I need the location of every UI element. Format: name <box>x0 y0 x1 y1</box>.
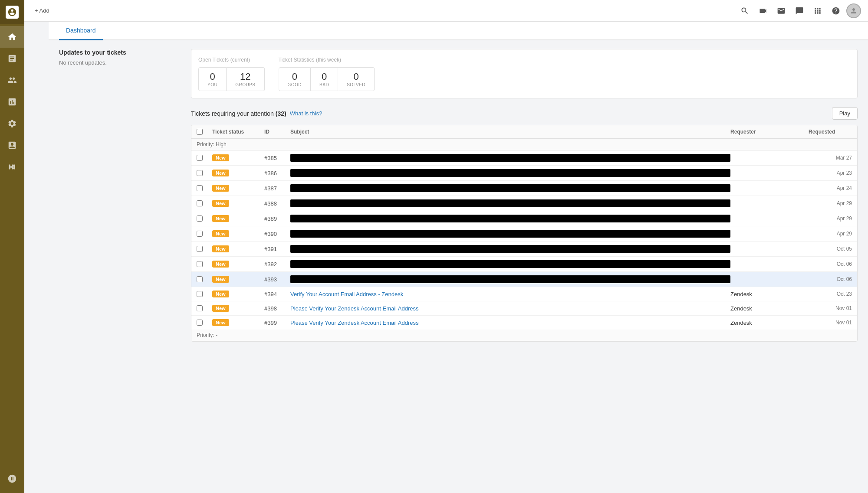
sidebar-item-zendesk[interactable] <box>0 468 24 490</box>
row-date: Apr 23 <box>809 170 852 176</box>
stat-solved[interactable]: 0 SOLVED <box>338 67 375 91</box>
search-button[interactable] <box>737 3 753 19</box>
row-status: New <box>212 215 264 222</box>
help-button[interactable] <box>828 3 844 19</box>
status-badge: New <box>212 276 229 283</box>
stats-container: Open Tickets (current) 0 YOU 12 GROUPS <box>191 49 858 98</box>
row-date: Apr 29 <box>809 200 852 206</box>
table-header: Ticket status ID Subject Requester Reque… <box>191 125 857 139</box>
row-status: New <box>212 170 264 176</box>
sidebar-navigation <box>0 26 24 178</box>
sidebar-item-reporting[interactable] <box>0 91 24 113</box>
row-checkbox-cell[interactable] <box>197 200 212 206</box>
stat-you-label: YOU <box>207 82 217 87</box>
user-avatar[interactable] <box>846 3 861 18</box>
compose-button[interactable] <box>773 3 789 19</box>
row-checkbox[interactable] <box>197 185 203 191</box>
row-checkbox-cell[interactable] <box>197 155 212 161</box>
row-subject: Please Verify Your Zendesk Account Email… <box>290 305 730 312</box>
stat-bad[interactable]: 0 BAD <box>311 67 338 91</box>
table-row[interactable]: New #386 Apr 23 <box>191 166 857 181</box>
row-requester: Zendesk <box>730 320 809 326</box>
sidebar-item-sandbox[interactable] <box>0 134 24 156</box>
what-is-this-link[interactable]: What is this? <box>290 110 322 117</box>
sidebar-item-apps[interactable] <box>0 156 24 178</box>
table-row[interactable]: New #393 Oct 06 <box>191 272 857 287</box>
sidebar-logo[interactable] <box>0 0 24 24</box>
row-status: New <box>212 261 264 268</box>
row-checkbox[interactable] <box>197 200 203 206</box>
row-checkbox-cell[interactable] <box>197 170 212 176</box>
status-badge: New <box>212 154 229 161</box>
ticket-stats-header: Ticket Statistics (this week) <box>279 56 375 63</box>
add-button[interactable]: + Add <box>31 6 53 16</box>
table-row[interactable]: New #394 Verify Your Account Email Addre… <box>191 287 857 301</box>
select-all-cell[interactable] <box>197 129 212 135</box>
redacted-subject <box>290 230 730 238</box>
sidebar-item-users[interactable] <box>0 69 24 91</box>
table-row[interactable]: New #389 Apr 29 <box>191 211 857 226</box>
row-checkbox-cell[interactable] <box>197 185 212 191</box>
row-checkbox-cell[interactable] <box>197 231 212 237</box>
row-id: #390 <box>264 231 290 237</box>
sidebar-item-tickets[interactable] <box>0 48 24 69</box>
topbar: + Add <box>24 0 868 22</box>
sidebar-item-settings[interactable] <box>0 113 24 134</box>
table-row[interactable]: New #387 Apr 24 <box>191 181 857 196</box>
row-checkbox[interactable] <box>197 291 203 297</box>
table-row[interactable]: New #385 Mar 27 <box>191 150 857 166</box>
row-date: Apr 29 <box>809 231 852 237</box>
stat-solved-value: 0 <box>347 71 365 82</box>
status-badge: New <box>212 319 229 326</box>
row-checkbox[interactable] <box>197 246 203 252</box>
row-checkbox-cell[interactable] <box>197 261 212 267</box>
redacted-subject <box>290 184 730 192</box>
table-row[interactable]: New #392 Oct 06 <box>191 257 857 272</box>
ticket-rows-container: New #385 Mar 27 New #386 Apr 23 <box>191 150 857 330</box>
table-row[interactable]: New #398 Please Verify Your Zendesk Acco… <box>191 301 857 316</box>
tickets-title-text: Tickets requiring your attention <box>191 110 274 117</box>
redacted-subject <box>290 275 730 283</box>
stat-good[interactable]: 0 GOOD <box>279 67 311 91</box>
col-status: Ticket status <box>212 129 264 135</box>
priority-dash-row: Priority: - <box>191 330 857 341</box>
row-status: New <box>212 319 264 326</box>
row-requester: Zendesk <box>730 291 809 297</box>
row-checkbox[interactable] <box>197 305 203 311</box>
table-row[interactable]: New #390 Apr 29 <box>191 226 857 242</box>
row-checkbox[interactable] <box>197 276 203 282</box>
status-badge: New <box>212 245 229 252</box>
table-row[interactable]: New #388 Apr 29 <box>191 196 857 211</box>
row-checkbox-cell[interactable] <box>197 291 212 297</box>
stat-you[interactable]: 0 YOU <box>198 67 227 91</box>
select-all-checkbox[interactable] <box>197 129 203 135</box>
row-checkbox-cell[interactable] <box>197 276 212 282</box>
row-checkbox[interactable] <box>197 215 203 222</box>
row-checkbox[interactable] <box>197 231 203 237</box>
table-row[interactable]: New #391 Oct 05 <box>191 242 857 257</box>
row-checkbox[interactable] <box>197 155 203 161</box>
row-checkbox[interactable] <box>197 320 203 326</box>
row-checkbox[interactable] <box>197 261 203 267</box>
row-checkbox-cell[interactable] <box>197 246 212 252</box>
play-button[interactable]: Play <box>832 107 858 120</box>
stat-you-value: 0 <box>207 71 217 82</box>
tab-dashboard[interactable]: Dashboard <box>59 22 103 40</box>
status-badge: New <box>212 200 229 207</box>
row-checkbox-cell[interactable] <box>197 305 212 311</box>
sidebar-item-home[interactable] <box>0 26 24 48</box>
row-checkbox[interactable] <box>197 170 203 176</box>
apps-icon <box>7 162 17 172</box>
video-button[interactable] <box>755 3 771 19</box>
table-row[interactable]: New #399 Please Verify Your Zendesk Acco… <box>191 316 857 330</box>
right-panel: Open Tickets (current) 0 YOU 12 GROUPS <box>191 49 858 342</box>
row-id: #399 <box>264 320 290 326</box>
row-checkbox-cell[interactable] <box>197 320 212 326</box>
row-checkbox-cell[interactable] <box>197 215 212 222</box>
stat-groups[interactable]: 12 GROUPS <box>227 67 264 91</box>
col-id: ID <box>264 129 290 135</box>
open-tickets-label: Open Tickets <box>198 57 229 63</box>
grid-button[interactable] <box>810 3 825 19</box>
chat-button[interactable] <box>792 3 807 19</box>
stat-groups-value: 12 <box>235 71 255 82</box>
